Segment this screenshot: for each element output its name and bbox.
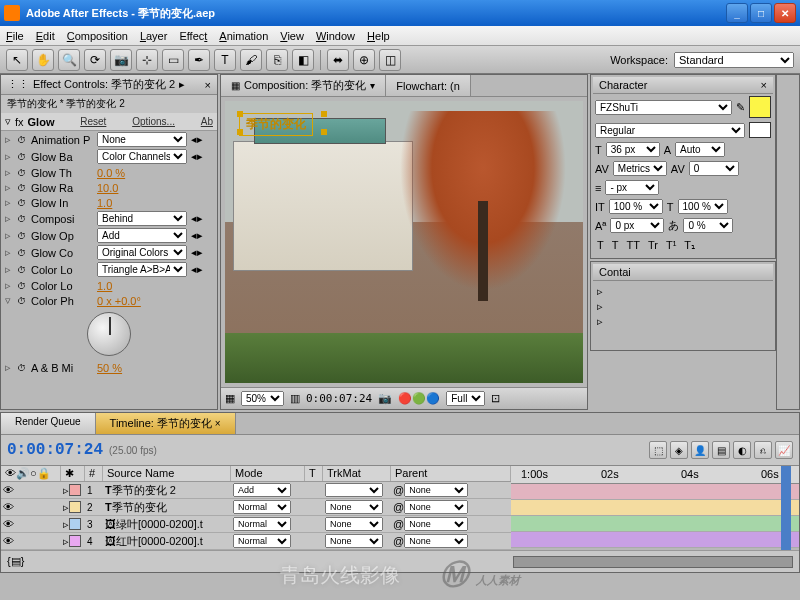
collapsed-panel-strip[interactable] — [776, 74, 800, 410]
expand-icon[interactable]: ▹ — [5, 181, 13, 194]
layer-color-tag[interactable] — [69, 501, 81, 513]
panel-close-icon[interactable]: × — [205, 79, 211, 91]
chevron-icon[interactable]: ◂▸ — [191, 212, 203, 225]
prop-1-select[interactable]: Color Channels — [97, 149, 187, 164]
view-options-icon[interactable]: ▥ — [290, 392, 300, 405]
effect-toggle-icon[interactable]: ▿ — [5, 115, 11, 128]
hand-tool[interactable]: ✋ — [32, 49, 54, 71]
font-size-select[interactable]: 36 px — [606, 142, 660, 157]
layer-bar[interactable] — [511, 532, 799, 548]
panel-grip-icon[interactable]: ⋮⋮ — [7, 78, 29, 91]
baseline-select[interactable]: 0 px — [610, 218, 664, 233]
stopwatch-icon[interactable]: ⏱ — [17, 265, 27, 275]
layer-color-tag[interactable] — [69, 484, 81, 496]
vscale-select[interactable]: 100 % — [609, 199, 663, 214]
comp-flowchart-icon[interactable]: ⬚ — [649, 441, 667, 459]
camera-tool[interactable]: 📷 — [110, 49, 132, 71]
expand-icon[interactable]: ▹ — [5, 196, 13, 209]
tab-render-queue[interactable]: Render Queue — [1, 413, 96, 434]
layer-bar[interactable] — [511, 516, 799, 532]
stopwatch-icon[interactable]: ⏱ — [17, 198, 27, 208]
tsume-select[interactable]: 0 % — [683, 218, 733, 233]
region-icon[interactable]: ⊡ — [491, 392, 500, 405]
toggle-switches-icon[interactable]: {▤} — [7, 555, 24, 568]
layer-bar[interactable] — [511, 484, 799, 500]
fx-icon[interactable]: fx — [15, 116, 24, 128]
trkmat-select[interactable]: None — [325, 500, 383, 514]
faux-style-4[interactable]: T¹ — [666, 239, 676, 252]
prop-9-value[interactable]: 1.0 — [97, 280, 112, 292]
parent-select[interactable]: None — [404, 517, 468, 531]
close-button[interactable]: ✕ — [774, 3, 796, 23]
stopwatch-icon[interactable]: ⏱ — [17, 135, 27, 145]
selection-tool[interactable]: ↖ — [6, 49, 28, 71]
menu-window[interactable]: Window — [316, 30, 355, 42]
layer-name[interactable]: 季节的变化 2 — [112, 483, 176, 498]
timeline-timecode[interactable]: 0:00:07:24 — [7, 441, 103, 459]
hide-shy-icon[interactable]: 👤 — [691, 441, 709, 459]
stopwatch-icon[interactable]: ⏱ — [17, 152, 27, 162]
pickwhip-icon[interactable]: @ — [393, 535, 404, 547]
local-axis-icon[interactable]: ⬌ — [327, 49, 349, 71]
contain-tri-icon[interactable]: ▹ — [597, 300, 769, 313]
world-axis-icon[interactable]: ⊕ — [353, 49, 375, 71]
expand-icon[interactable]: ▹ — [5, 166, 13, 179]
text-tool[interactable]: T — [214, 49, 236, 71]
parent-select[interactable]: None — [404, 500, 468, 514]
stopwatch-icon[interactable]: ⏱ — [17, 168, 27, 178]
zoom-slider[interactable] — [513, 556, 793, 568]
pickwhip-icon[interactable]: @ — [393, 484, 404, 496]
time-ruler[interactable]: 1:00s02s04s06s — [511, 466, 799, 484]
comp-tab[interactable]: ▦ Composition: 季节的变化 ▾ — [221, 75, 386, 96]
stroke-width-select[interactable]: - px — [605, 180, 659, 195]
menu-edit[interactable]: Edit — [36, 30, 55, 42]
blend-mode-select[interactable]: Normal — [233, 500, 291, 514]
chevron-icon[interactable]: ◂▸ — [191, 246, 203, 259]
anchor-tool[interactable]: ⊹ — [136, 49, 158, 71]
layer-color-tag[interactable] — [69, 535, 81, 547]
menu-effect[interactable]: Effect — [179, 30, 207, 42]
eyedropper-icon[interactable]: ✎ — [736, 101, 745, 114]
expand-icon[interactable]: ▹ — [5, 246, 13, 259]
menu-help[interactable]: Help — [367, 30, 390, 42]
rect-tool[interactable]: ▭ — [162, 49, 184, 71]
layer-name[interactable]: 季节的变化 — [112, 500, 167, 515]
stopwatch-icon[interactable]: ⏱ — [17, 231, 27, 241]
effect-reset[interactable]: Reset — [80, 116, 106, 127]
resolution-select[interactable]: Full — [446, 391, 485, 406]
chevron-icon[interactable]: ◂▸ — [191, 229, 203, 242]
prop-10-value[interactable]: 0 x +0.0° — [97, 295, 141, 307]
character-tab[interactable]: Character — [599, 79, 647, 91]
expand-icon[interactable]: ▹ — [5, 212, 13, 225]
brush-tool[interactable]: 🖌 — [240, 49, 262, 71]
trkmat-select[interactable]: None — [325, 534, 383, 548]
blend-mode-select[interactable]: Add — [233, 483, 291, 497]
fill-color-swatch[interactable] — [749, 96, 771, 118]
maximize-button[interactable]: □ — [750, 3, 772, 23]
pickwhip-icon[interactable]: @ — [393, 518, 404, 530]
menu-file[interactable]: File — [6, 30, 24, 42]
composition-viewer[interactable]: 季节的变化 — [225, 101, 583, 383]
effect-name[interactable]: Glow — [28, 116, 55, 128]
channel-icon[interactable]: 🔴🟢🔵 — [398, 392, 440, 405]
phase-dial[interactable] — [87, 312, 131, 356]
rotate-tool[interactable]: ⟳ — [84, 49, 106, 71]
faux-style-3[interactable]: Tr — [648, 239, 658, 252]
panel-menu-icon[interactable]: ▸ — [179, 78, 185, 91]
source-col-header[interactable]: Source Name — [103, 466, 231, 481]
contain-tri-icon[interactable]: ▹ — [597, 315, 769, 328]
expand-icon[interactable]: ▹ — [5, 361, 13, 374]
trkmat-select[interactable]: None — [325, 517, 383, 531]
grid-icon[interactable]: ▦ — [225, 392, 235, 405]
eraser-tool[interactable]: ◧ — [292, 49, 314, 71]
blend-mode-select[interactable]: Normal — [233, 534, 291, 548]
parent-select[interactable]: None — [404, 534, 468, 548]
prop-abmi-value[interactable]: 50 % — [97, 362, 122, 374]
expand-icon[interactable]: ▿ — [5, 294, 13, 307]
leading-select[interactable]: Auto — [675, 142, 725, 157]
faux-style-1[interactable]: T — [612, 239, 619, 252]
clone-tool[interactable]: ⎘ — [266, 49, 288, 71]
eye-icon[interactable]: 👁 — [3, 484, 14, 496]
stopwatch-icon[interactable]: ⏱ — [17, 248, 27, 258]
layer-name[interactable]: 绿叶[0000-0200].t — [116, 517, 203, 532]
